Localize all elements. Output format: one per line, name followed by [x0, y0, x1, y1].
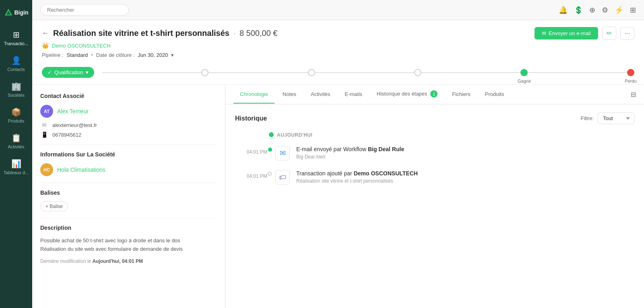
- bell-icon[interactable]: 🔔: [559, 6, 568, 15]
- tab-fichiers[interactable]: Fichiers: [446, 85, 477, 104]
- sidebar-item-label: Transactio...: [4, 41, 28, 46]
- envelope-icon: ✉: [542, 30, 546, 36]
- pipeline-row: Pipeline : Standard • Date de clôture : …: [42, 52, 634, 58]
- stage-line-3: [315, 72, 414, 73]
- timeline-entry-2: 04:01 PM 🏷 Transaction ajouté par Demo O…: [275, 170, 634, 185]
- pipeline-value: Standard: [66, 52, 88, 58]
- deal-amount: 8 500,00 €: [239, 29, 278, 38]
- tab-historique[interactable]: Historique des étapes 1: [370, 85, 444, 104]
- dollar-icon[interactable]: 💲: [574, 6, 583, 15]
- sidebar-item-label: Tableaux d...: [4, 170, 29, 175]
- tab-chronologie[interactable]: Chronologie: [233, 85, 275, 104]
- stage-won: Gagné: [520, 69, 528, 76]
- stage-circle-3[interactable]: [308, 69, 315, 76]
- sidebar-item-activites[interactable]: 📋 Activités: [0, 128, 32, 154]
- stage-line-4: [421, 72, 520, 73]
- date-value: Jun 30, 2020: [138, 52, 168, 58]
- stage-label-lost: Perdu: [625, 79, 636, 83]
- stage-circle-lost[interactable]: [627, 69, 634, 76]
- stage-label-won: Gagné: [518, 79, 531, 83]
- edit-button[interactable]: ✏: [602, 27, 616, 40]
- add-tag-button[interactable]: + Balise: [40, 202, 68, 211]
- entry-2-subtitle: Réalisation site vitrine et t-shirt pers…: [296, 178, 634, 184]
- tab-produits[interactable]: Produits: [479, 85, 511, 104]
- sidebar: Bigin ⊞ Transactio... 👤 Contacts 🏢 Socié…: [0, 0, 32, 308]
- active-stage-button[interactable]: ✓ Qualification ▾: [42, 67, 94, 78]
- page-header-actions: ✉ Envoyer un e-mail ✏ ···: [535, 27, 634, 40]
- check-icon: ✓: [47, 69, 52, 75]
- tab-emails[interactable]: E-mails: [338, 85, 368, 104]
- contact-row: AT Alex Terrieur: [40, 105, 217, 118]
- company-avatar: HC: [40, 163, 53, 176]
- page-header-top: ← Réalisation site vitrine et t-shirt pe…: [42, 27, 634, 40]
- last-modified: Dernière modification le Aujourd'hui, 04…: [40, 258, 217, 264]
- logo-icon: [4, 8, 13, 17]
- entry-2-icon: 🏷: [275, 170, 290, 185]
- entry-1-dot: [268, 148, 272, 152]
- crown-icon: 👑: [42, 42, 49, 49]
- tableaux-icon: 📊: [11, 159, 21, 169]
- sidebar-item-contacts[interactable]: 👤 Contacts: [0, 51, 32, 77]
- chevron-down-icon: ▾: [86, 69, 89, 75]
- stage-line-2: [208, 72, 308, 73]
- history-header: Historique Filtre: Tout E-mails Activité…: [235, 112, 634, 124]
- stage-steps: Gagné Perdu: [94, 69, 634, 76]
- sidebar-item-label: Contacts: [7, 67, 25, 72]
- pipeline-label: Pipeline :: [42, 52, 63, 58]
- page-header: ← Réalisation site vitrine et t-shirt pe…: [32, 20, 644, 85]
- entry-1-time: 04:01 PM: [239, 148, 267, 155]
- entry-2-dot: [268, 172, 272, 176]
- grid-icon[interactable]: ⊞: [630, 6, 636, 15]
- lightning-icon[interactable]: ⚡: [615, 6, 623, 15]
- divider-2: [40, 183, 217, 183]
- dot-separator: •: [91, 52, 93, 58]
- date-dropdown-icon[interactable]: ▾: [171, 52, 174, 58]
- filter-area: Filtre: Tout E-mails Activités Notes: [581, 112, 635, 124]
- settings-icon[interactable]: ⚙: [602, 6, 608, 15]
- divider-3: [40, 218, 217, 218]
- tab-notes[interactable]: Notes: [276, 85, 303, 104]
- contact-name[interactable]: Alex Terrieur: [57, 108, 89, 114]
- stage-circle-4[interactable]: [414, 69, 421, 76]
- stage-circle-2[interactable]: [201, 69, 208, 76]
- content-area: Contact Associé AT Alex Terrieur ✉ alext…: [32, 85, 644, 308]
- tab-expand-icon[interactable]: ⊟: [631, 91, 636, 98]
- page-title: Réalisation site vitrine et t-shirt pers…: [53, 29, 229, 38]
- sidebar-item-label: Sociétés: [8, 93, 25, 98]
- entry-2-time: 04:01 PM: [239, 172, 267, 179]
- sidebar-item-societes[interactable]: 🏢 Sociétés: [0, 77, 32, 102]
- stage-line-container: Gagné Perdu: [102, 69, 634, 76]
- company-row: 👑 Demo OSCONSULTECH: [42, 42, 634, 49]
- timeline: AUJOURD'HUI 04:01 PM ✉ E-mail envoyé par…: [235, 132, 634, 185]
- entry-1-subtitle: Big Deal Alert: [296, 154, 634, 160]
- history-area: Historique Filtre: Tout E-mails Activité…: [225, 104, 644, 308]
- sidebar-item-produits[interactable]: 📦 Produits: [0, 102, 32, 128]
- stage-circle-won[interactable]: [520, 69, 528, 76]
- historique-badge: 1: [430, 90, 438, 98]
- main-content: 🔔 💲 ⊕ ⚙ ⚡ ⊞ ← Réalisation site vitrine e…: [32, 0, 644, 308]
- history-title: Historique: [235, 115, 267, 122]
- sidebar-item-transactions[interactable]: ⊞ Transactio...: [0, 25, 32, 51]
- today-row: AUJOURD'HUI: [275, 132, 634, 138]
- tab-activites[interactable]: Activités: [304, 85, 336, 104]
- today-label: AUJOURD'HUI: [277, 132, 312, 138]
- date-label: Date de clôture :: [96, 52, 134, 58]
- plus-circle-icon[interactable]: ⊕: [589, 6, 595, 15]
- back-button[interactable]: ←: [42, 29, 49, 37]
- sidebar-item-tableaux[interactable]: 📊 Tableaux d...: [0, 154, 32, 180]
- right-panel: Chronologie Notes Activités E-mails Hist…: [225, 85, 644, 308]
- topbar-actions: 🔔 💲 ⊕ ⚙ ⚡ ⊞: [559, 6, 636, 15]
- search-input[interactable]: [40, 4, 129, 16]
- more-button[interactable]: ···: [620, 27, 634, 40]
- topbar: 🔔 💲 ⊕ ⚙ ⚡ ⊞: [32, 0, 644, 20]
- contacts-icon: 👤: [11, 56, 21, 65]
- company-name-panel[interactable]: Hola Climatisations: [57, 166, 105, 173]
- entry-1-title: E-mail envoyé par Workflow Big Deal Rule: [296, 146, 634, 152]
- tabs-bar: Chronologie Notes Activités E-mails Hist…: [225, 85, 644, 104]
- company-name[interactable]: Demo OSCONSULTECH: [52, 43, 111, 49]
- send-email-button[interactable]: ✉ Envoyer un e-mail: [535, 27, 598, 40]
- entry-1-content: E-mail envoyé par Workflow Big Deal Rule…: [296, 146, 634, 160]
- description-text: Possible achat de 50 t-shirt avec logo à…: [40, 237, 217, 254]
- tags-section-title: Balises: [40, 189, 217, 196]
- filter-select[interactable]: Tout E-mails Activités Notes: [598, 112, 634, 124]
